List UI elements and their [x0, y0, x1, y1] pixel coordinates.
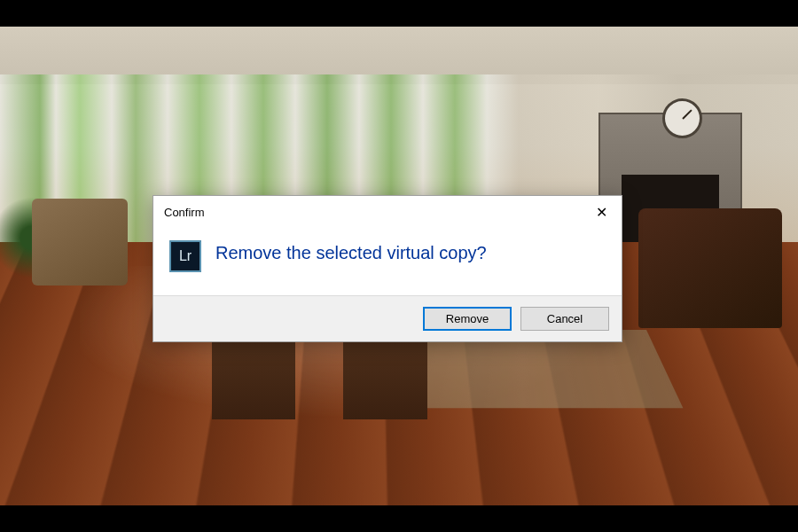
dialog-title: Confirm	[164, 206, 205, 219]
confirm-dialog: Confirm ✕ Lr Remove the selected virtual…	[153, 195, 622, 342]
remove-button[interactable]: Remove	[423, 307, 512, 331]
close-icon: ✕	[596, 204, 607, 221]
dialog-titlebar: Confirm ✕	[153, 196, 622, 228]
dialog-message: Remove the selected virtual copy?	[215, 240, 487, 263]
dialog-body: Lr Remove the selected virtual copy?	[153, 228, 622, 295]
letterbox-bottom	[0, 505, 798, 532]
close-button[interactable]: ✕	[588, 201, 614, 223]
cancel-button[interactable]: Cancel	[520, 307, 609, 331]
lightroom-icon: Lr	[169, 240, 201, 272]
dialog-footer: Remove Cancel	[153, 295, 622, 341]
letterbox-top	[0, 0, 798, 27]
